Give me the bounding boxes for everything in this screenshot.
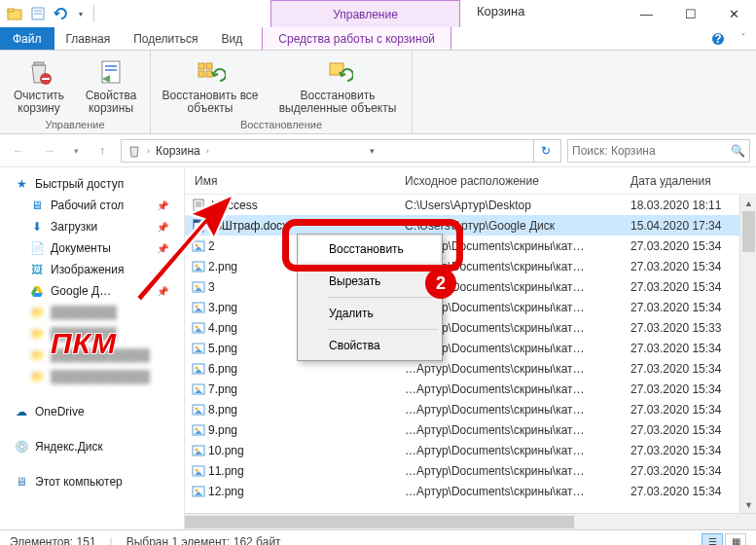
svg-rect-13 <box>198 63 204 69</box>
svg-point-27 <box>196 264 198 267</box>
chevron-right-icon[interactable]: › <box>145 146 152 156</box>
table-row[interactable]: 6.png…Артур\Documents\скрины\кат…27.03.2… <box>185 358 756 379</box>
column-name[interactable]: Имя <box>189 174 405 188</box>
table-row[interactable]: 3…Артур\Documents\скрины\кат…27.03.2020 … <box>185 276 756 297</box>
table-row[interactable]: ~$Штраф.docxC:\Users\Артур\Google Диск15… <box>185 215 756 236</box>
svg-point-33 <box>196 325 198 328</box>
properties-icon[interactable] <box>27 3 49 24</box>
ribbon-group-restore: Восстановление <box>157 117 406 133</box>
column-location[interactable]: Исходное расположение <box>405 174 630 188</box>
nav-blurred-item[interactable]: 📁████████████ <box>0 345 184 366</box>
table-row[interactable]: 7.png…Артур\Documents\скрины\кат…27.03.2… <box>185 379 756 399</box>
dropdown-icon[interactable]: ▾ <box>360 139 383 163</box>
table-row[interactable]: 9.png…Артур\Documents\скрины\кат…27.03.2… <box>185 419 756 440</box>
nav-yandex-disk[interactable]: 💿Яндекс.Диск <box>0 436 184 457</box>
horizontal-scrollbar[interactable] <box>185 513 756 529</box>
file-list: Имя Исходное расположение Дата удаления … <box>185 167 756 529</box>
restore-all-icon <box>195 56 226 88</box>
table-row[interactable]: .htaccessC:\Users\Артур\Desktop18.03.202… <box>185 195 756 215</box>
restore-all-button[interactable]: Восстановить все объекты <box>157 54 264 117</box>
nav-onedrive[interactable]: ☁OneDrive <box>0 401 184 422</box>
file-date: 27.03.2020 15:34 <box>630 239 756 253</box>
column-date[interactable]: Дата удаления <box>630 174 756 188</box>
vertical-scrollbar[interactable]: ▲ ▼ <box>739 195 756 513</box>
restore-selected-button[interactable]: Восстановить выделенные объекты <box>270 54 406 117</box>
star-icon: ★ <box>14 176 29 192</box>
table-row[interactable]: 3.png…Артур\Documents\скрины\кат…27.03.2… <box>185 297 756 317</box>
table-row[interactable]: 10.png…Артур\Documents\скрины\кат…27.03.… <box>185 440 756 460</box>
nav-blurred-item[interactable]: 📁████████ <box>0 323 184 345</box>
ctx-restore[interactable]: Восстановить <box>300 236 440 262</box>
pin-icon: 📌 <box>157 200 168 211</box>
svg-point-29 <box>196 284 198 287</box>
scrollbar-thumb[interactable] <box>185 516 574 528</box>
svg-text:?: ? <box>714 32 721 46</box>
search-input[interactable] <box>572 144 727 158</box>
nav-this-pc[interactable]: 🖥Этот компьютер <box>0 471 184 492</box>
chevron-right-icon[interactable]: › <box>204 146 211 156</box>
maximize-button[interactable]: ☐ <box>668 0 712 27</box>
nav-downloads[interactable]: ⬇Загрузки📌 <box>0 216 184 237</box>
svg-point-39 <box>196 386 198 389</box>
recycle-bin-icon <box>24 56 54 88</box>
table-row[interactable]: 2.png…Артур\Documents\скрины\кат…27.03.2… <box>185 256 756 276</box>
qat-dropdown-icon[interactable]: ▾ <box>74 10 88 18</box>
nav-google-drive[interactable]: Google Д…📌 <box>0 280 184 302</box>
ctx-properties[interactable]: Свойства <box>300 333 440 358</box>
tab-recycle-tools[interactable]: Средства работы с корзиной <box>262 27 451 50</box>
tab-file[interactable]: Файл <box>0 27 54 50</box>
ctx-cut[interactable]: Вырезать <box>300 269 440 294</box>
cloud-icon: ☁ <box>14 404 29 419</box>
nav-blurred-item[interactable]: 📁████████████ <box>0 366 184 387</box>
table-row[interactable]: 5.png…Артур\Documents\скрины\кат…27.03.2… <box>185 338 756 358</box>
table-row[interactable]: 11.png…Артур\Documents\скрины\кат…27.03.… <box>185 460 756 481</box>
file-date: 27.03.2020 15:34 <box>630 362 756 376</box>
scroll-up-icon[interactable]: ▲ <box>740 195 756 211</box>
scrollbar-thumb[interactable] <box>742 211 755 252</box>
pin-icon: 📌 <box>157 286 168 297</box>
table-row[interactable]: 12.png…Артур\Documents\скрины\кат…27.03.… <box>185 481 756 501</box>
ribbon-collapse-icon[interactable]: ˇ <box>731 27 756 50</box>
forward-button[interactable]: → <box>37 138 62 164</box>
address-bar: ← → ▾ ↑ › Корзина › ▾ ↻ 🔍 <box>0 134 756 167</box>
thumbnails-view-button[interactable]: ▦ <box>725 533 746 546</box>
file-date: 27.03.2020 15:34 <box>630 464 756 478</box>
table-row[interactable]: 4.png…Артур\Documents\скрины\кат…27.03.2… <box>185 317 756 338</box>
nav-quick-access[interactable]: ★Быстрый доступ <box>0 173 184 195</box>
refresh-button[interactable]: ↻ <box>533 139 557 163</box>
nav-documents[interactable]: 📄Документы📌 <box>0 237 184 259</box>
svg-point-41 <box>196 407 198 410</box>
ctx-delete[interactable]: Удалить <box>300 301 440 326</box>
file-icon <box>189 463 208 479</box>
help-button[interactable]: ? <box>705 27 731 50</box>
table-row[interactable]: 8.png…Артур\Documents\скрины\кат…27.03.2… <box>185 399 756 419</box>
close-button[interactable]: ✕ <box>712 0 756 27</box>
details-view-button[interactable]: ☰ <box>702 533 723 546</box>
nav-blurred-item[interactable]: 📁████████ <box>0 302 184 323</box>
tab-view[interactable]: Вид <box>209 27 254 50</box>
up-button[interactable]: ↑ <box>90 138 115 164</box>
nav-pictures[interactable]: 🖼Изображения📌 <box>0 259 184 280</box>
empty-bin-button[interactable]: Очистить корзину <box>6 54 72 117</box>
history-dropdown[interactable]: ▾ <box>68 138 84 164</box>
file-date: 27.03.2020 15:34 <box>630 342 756 355</box>
status-bar: Элементов: 151 | Выбран 1 элемент: 162 б… <box>0 529 756 545</box>
bin-properties-button[interactable]: Свойства корзины <box>78 54 144 117</box>
back-button[interactable]: ← <box>6 138 31 164</box>
nav-desktop[interactable]: 🖥Рабочий стол📌 <box>0 195 184 216</box>
redo-icon[interactable] <box>51 3 72 24</box>
svg-point-47 <box>196 468 198 471</box>
breadcrumb[interactable]: › Корзина › ▾ ↻ <box>121 139 561 163</box>
minimize-button[interactable]: — <box>625 0 668 27</box>
tab-share[interactable]: Поделиться <box>122 27 209 50</box>
folder-icon[interactable] <box>4 3 25 24</box>
breadcrumb-item[interactable]: Корзина <box>154 144 202 158</box>
search-box[interactable]: 🔍 <box>567 139 750 163</box>
tab-home[interactable]: Главная <box>54 27 123 50</box>
properties-sheet-icon <box>96 56 126 88</box>
svg-rect-7 <box>34 62 44 65</box>
table-row[interactable]: 2…Артур\Documents\скрины\кат…27.03.2020 … <box>185 236 756 256</box>
pin-icon: 📌 <box>157 222 168 233</box>
scroll-down-icon[interactable]: ▼ <box>740 496 756 513</box>
search-icon[interactable]: 🔍 <box>731 144 745 158</box>
